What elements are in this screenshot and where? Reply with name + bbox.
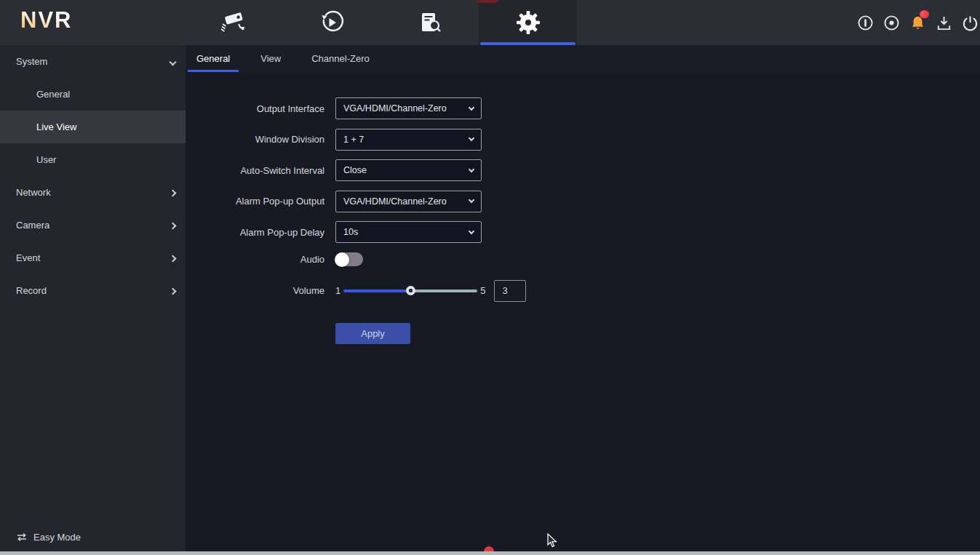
volume-min-label: 1 [335, 285, 340, 296]
form-row-alarm-popup-delay: Alarm Pop-up Delay 10s [186, 221, 980, 243]
sidebar-item-record[interactable]: Record [0, 274, 186, 307]
chevron-right-icon [170, 285, 175, 296]
form-row-alarm-popup-output: Alarm Pop-up Output VGA/HDMI/Channel-Zer… [186, 191, 980, 212]
easy-mode-label: Easy Mode [33, 532, 81, 543]
sidebar-item-network[interactable]: Network [0, 176, 186, 209]
sidebar-item-label: Live View [36, 121, 76, 132]
backup-download-icon[interactable] [936, 15, 952, 31]
field-label: Alarm Pop-up Output [186, 196, 324, 207]
form-row-auto-switch-interval: Auto-Switch Interval Close [186, 159, 980, 181]
tab-channel-zero[interactable]: Channel-Zero [303, 47, 378, 72]
audio-toggle[interactable] [335, 252, 363, 266]
field-label: Window Division [186, 134, 324, 145]
easy-mode-switch[interactable]: Easy Mode [16, 532, 81, 543]
alarm-bell-icon[interactable] [909, 15, 926, 31]
apply-button[interactable]: Apply [335, 323, 410, 344]
top-nav [184, 0, 577, 45]
sidebar-item-label: User [36, 154, 56, 165]
sidebar-item-camera[interactable]: Camera [0, 209, 186, 241]
tab-view[interactable]: View [252, 47, 290, 72]
status-bar [857, 0, 980, 45]
sidebar-item-system[interactable]: System [0, 45, 186, 78]
sidebar: System General Live View User Network Ca… [0, 45, 186, 551]
form-row-volume: Volume 1 5 3 [186, 280, 980, 302]
playback-icon [319, 10, 344, 35]
toggle-knob [335, 252, 349, 267]
slider-handle[interactable] [406, 286, 415, 295]
sidebar-item-label: General [36, 89, 70, 100]
output-interface-select[interactable]: VGA/HDMI/Channel-Zero [335, 97, 482, 119]
alarm-popup-delay-select[interactable]: 10s [335, 221, 482, 243]
nav-settings[interactable] [479, 0, 577, 45]
chevron-right-icon [170, 187, 175, 198]
nav-playback[interactable] [282, 0, 381, 45]
field-label: Output Interface [186, 103, 324, 114]
chevron-down-icon [469, 166, 474, 172]
volume-value-field[interactable]: 3 [494, 280, 526, 302]
slider-track-rest [410, 290, 477, 292]
field-label: Audio [186, 254, 324, 265]
form-row-output-interface: Output Interface VGA/HDMI/Channel-Zero [186, 97, 980, 119]
chevron-down-icon [469, 197, 474, 203]
main-content: General View Channel-Zero Output Interfa… [186, 45, 980, 551]
window-division-select[interactable]: 1 + 7 [335, 129, 482, 151]
volume-max-label: 5 [480, 285, 485, 296]
camera-icon [219, 10, 248, 35]
chevron-right-icon [170, 220, 175, 231]
gear-icon [516, 10, 541, 35]
select-value: 1 + 7 [343, 135, 469, 145]
nvr-settings-screen: { "app": { "logo": "NVR" }, "colors": { … [0, 0, 980, 555]
top-red-smudge [477, 0, 498, 3]
sidebar-item-general[interactable]: General [0, 78, 186, 111]
info-icon[interactable] [857, 15, 874, 31]
sidebar-item-label: Record [16, 285, 47, 296]
form-row-apply: Apply [186, 323, 980, 345]
notification-badge [920, 10, 929, 18]
select-value: Close [343, 165, 469, 175]
sidebar-item-label: Event [16, 252, 40, 263]
chevron-down-icon [469, 228, 474, 233]
tab-general[interactable]: General [188, 47, 239, 72]
select-value: VGA/HDMI/Channel-Zero [343, 103, 469, 113]
volume-slider[interactable] [343, 286, 477, 295]
select-value: VGA/HDMI/Channel-Zero [343, 196, 469, 207]
form-row-window-division: Window Division 1 + 7 [186, 129, 980, 151]
sidebar-item-label: Network [16, 187, 51, 198]
bottom-edge-strip [0, 551, 980, 555]
chevron-down-icon [469, 104, 474, 110]
live-view-general-form: Output Interface VGA/HDMI/Channel-Zero W… [186, 72, 980, 345]
auto-switch-interval-select[interactable]: Close [335, 159, 482, 181]
slider-track-filled [343, 290, 410, 292]
record-status-icon[interactable] [883, 15, 900, 31]
chevron-right-icon [170, 252, 175, 263]
chevron-down-icon [469, 135, 474, 141]
nav-live-view[interactable] [184, 0, 282, 45]
power-icon[interactable] [962, 15, 979, 31]
log-search-icon [417, 10, 443, 35]
field-label: Alarm Pop-up Delay [186, 227, 324, 238]
sidebar-item-label: Camera [16, 220, 49, 231]
top-bar: NVR [0, 0, 980, 45]
field-label: Volume [186, 285, 324, 296]
swap-arrows-icon [16, 532, 28, 542]
sidebar-item-user[interactable]: User [0, 143, 186, 176]
app-logo: NVR [20, 7, 72, 33]
chevron-down-icon [170, 56, 175, 67]
nav-log-search[interactable] [381, 0, 479, 45]
sidebar-item-label: System [16, 56, 47, 67]
sidebar-item-event[interactable]: Event [0, 241, 186, 274]
field-label: Auto-Switch Interval [186, 165, 324, 176]
sidebar-item-live-view[interactable]: Live View [0, 111, 186, 143]
tab-bar: General View Channel-Zero [186, 45, 980, 72]
form-row-audio: Audio [186, 252, 980, 267]
select-value: 10s [343, 227, 469, 237]
alarm-popup-output-select[interactable]: VGA/HDMI/Channel-Zero [335, 191, 482, 212]
